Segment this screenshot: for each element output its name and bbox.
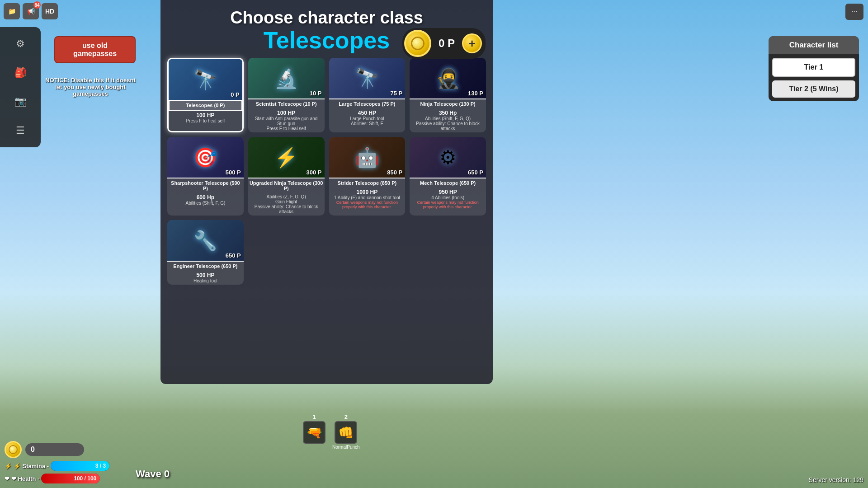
hotbar: 1 🔫 2 👊 NormalPunch (303, 413, 360, 450)
character-list-header: Character list (769, 36, 859, 54)
char-card-strider[interactable]: 🤖 850 P Strider Telescope (850 P) 1000 H… (329, 137, 406, 216)
char-details-ninja: 350 Hp Abilities (Shift, F, G, Q) Passiv… (410, 108, 486, 132)
slot-number-2: 2 (344, 413, 348, 420)
char-price-upgraded-ninja: 300 P (307, 169, 322, 176)
coin-count-bar: 0 (25, 443, 84, 456)
currency-amount: 0 P (439, 37, 455, 50)
notification-badge: 84 (33, 1, 41, 9)
old-gamepasses-button[interactable]: use old gamepasses (54, 36, 136, 63)
char-name-mech: Mech Telescope (650 P) (410, 178, 486, 188)
char-figure-sharpshooter: 🎯 (193, 146, 217, 169)
char-hp-engineer: 500 HP (170, 272, 241, 278)
stamina-bar-bg: 3 / 3 (51, 461, 109, 471)
char-extra-scientist: Press F to Heal self (250, 126, 322, 131)
settings-icon[interactable]: ⚙ (10, 34, 30, 54)
char-card-upgraded-ninja[interactable]: ⚡ 300 P Upgraded Ninja Telescope (300 P)… (248, 137, 325, 216)
char-hp-telescopes: 100 HP (171, 112, 240, 118)
slot-item-2[interactable]: 👊 (335, 421, 357, 444)
stamina-bar: ⚡ ⚡ Stamina - 3 / 3 (5, 461, 109, 471)
bottom-left-hud: 0 ⚡ ⚡ Stamina - 3 / 3 ❤ ❤ Health - 100 /… (5, 441, 109, 483)
tier2-button[interactable]: Tier 2 (5 Wins) (772, 80, 855, 98)
char-details-sharpshooter: 600 Hp Abilities (Shift, F, G) (167, 193, 244, 207)
char-warning-strider: Certain weapons may not function properl… (331, 200, 403, 209)
wave-label: Wave 0 (136, 468, 170, 480)
char-hp-sharpshooter: 600 Hp (170, 194, 241, 201)
folder-icon[interactable]: 📁 (4, 3, 20, 19)
char-abilities-mech: 4 Abilities (tools) (412, 195, 484, 200)
char-card-scientist[interactable]: 🔬 10 P Scientist Telescope (10 P) 100 HP… (248, 58, 325, 132)
char-abilities-upgraded-ninja: Abilities (Z, F, G, Q) (250, 194, 322, 199)
char-figure-upgraded-ninja: ⚡ (274, 146, 298, 169)
char-abilities-engineer: Healing tool (170, 278, 241, 283)
char-card-ninja[interactable]: 🥷 130 P Ninja Telescope (130 P) 350 Hp A… (410, 58, 486, 132)
char-card-telescopes[interactable]: 🔭 0 P Telescopes (0 P) 100 HP Press F to… (167, 58, 244, 132)
char-abilities-strider: 1 Ability (F) and cannon shot tool (331, 195, 403, 200)
char-price-strider: 850 P (387, 169, 402, 176)
char-abilities2-large: Abilities: Shift, F (331, 121, 403, 126)
slot-number-1: 1 (312, 413, 316, 420)
char-hp-large: 450 HP (331, 110, 403, 116)
char-image-telescopes: 🔭 0 P (169, 59, 242, 100)
char-details-scientist: 100 HP Start with Anti parasite gun and … (248, 108, 325, 132)
char-image-large: 🔭 75 P (329, 58, 406, 99)
health-bar-text: 100 / 100 (74, 475, 96, 482)
hotbar-slot-1: 1 🔫 (303, 413, 326, 450)
char-hp-ninja: 350 Hp (412, 110, 484, 116)
char-abilities-ninja: Abilities (Shift, F, G, Q) (412, 116, 484, 121)
coin-count-text: 0 (31, 446, 35, 454)
menu-icon[interactable]: ☰ (10, 121, 30, 141)
health-text: ❤ Health - (11, 475, 39, 482)
add-currency-button[interactable]: + (462, 33, 482, 53)
char-abilities-telescopes: Press F to heal self (171, 118, 240, 123)
char-passive-upgraded-ninja: Passive ability: Chance to block attacks (250, 204, 322, 214)
char-image-sharpshooter: 🎯 500 P (167, 137, 244, 178)
char-hp-scientist: 100 HP (250, 110, 322, 116)
char-name-strider: Strider Telescope (850 P) (329, 178, 406, 188)
currency-coin-icon (404, 30, 431, 57)
left-sidebar: ⚙ 🎒 📷 ☰ (0, 27, 41, 147)
small-coin-icon (5, 441, 22, 458)
hd-icon[interactable]: HD (42, 3, 58, 19)
char-name-telescopes: Telescopes (0 P) (169, 100, 242, 111)
char-details-mech: 950 HP 4 Abilities (tools) Certain weapo… (410, 188, 486, 211)
char-details-engineer: 500 HP Healing tool (167, 271, 244, 285)
char-card-mech[interactable]: ⚙ 650 P Mech Telescope (650 P) 950 HP 4 … (410, 137, 486, 216)
hotbar-slot-2: 2 👊 NormalPunch (332, 413, 360, 450)
character-grid: 🔭 0 P Telescopes (0 P) 100 HP Press F to… (160, 58, 493, 289)
char-price-ninja: 130 P (468, 90, 483, 97)
char-figure-mech: ⚙ (439, 146, 457, 169)
stamina-icon: ⚡ (5, 463, 12, 469)
health-bar: ❤ ❤ Health - 100 / 100 (5, 474, 109, 483)
char-figure-strider: 🤖 (355, 146, 379, 169)
inventory-icon[interactable]: 🎒 (10, 63, 30, 83)
health-label: ❤ ❤ Health - (5, 475, 39, 482)
tier1-button[interactable]: Tier 1 (772, 58, 855, 77)
camera-icon[interactable]: 📷 (10, 92, 30, 112)
top-bar: 📁 📢 84 HD ··· (0, 0, 868, 23)
char-image-ninja: 🥷 130 P (410, 58, 486, 99)
char-details-upgraded-ninja: Abilities (Z, F, G, Q) Gain Flight Passi… (248, 193, 325, 216)
char-card-large[interactable]: 🔭 75 P Large Telescopes (75 P) 450 HP La… (329, 58, 406, 132)
more-icon[interactable]: ··· (845, 4, 863, 20)
slot-item-1[interactable]: 🔫 (303, 421, 326, 444)
char-name-ninja: Ninja Telescope (130 P) (410, 99, 486, 108)
notification-icon[interactable]: 📢 84 (23, 3, 39, 19)
char-figure-scientist: 🔬 (274, 67, 298, 89)
char-price-mech: 650 P (468, 169, 483, 176)
char-price-telescopes: 0 P (231, 91, 240, 98)
char-abilities-large: Large Punch tool (331, 116, 403, 121)
char-card-engineer[interactable]: 🔧 650 P Engineer Telescope (650 P) 500 H… (167, 220, 244, 285)
stamina-label: ⚡ ⚡ Stamina - (5, 463, 49, 469)
notice-text: NOTICE: Disable this if it doesnt let yo… (45, 77, 136, 97)
char-image-mech: ⚙ 650 P (410, 137, 486, 178)
slot-label-2: NormalPunch (332, 445, 360, 450)
char-name-sharpshooter: Sharpshooter Telescope (500 P) (167, 178, 244, 193)
char-figure-ninja: 🥷 (436, 67, 460, 89)
char-price-engineer: 650 P (226, 252, 241, 259)
char-figure-telescopes: 🔭 (193, 69, 217, 91)
char-flight-upgraded-ninja: Gain Flight (250, 199, 322, 204)
stamina-text: ⚡ Stamina - (14, 463, 49, 469)
char-name-large: Large Telescopes (75 P) (329, 99, 406, 108)
health-bar-bg: 100 / 100 (41, 474, 100, 483)
char-card-sharpshooter[interactable]: 🎯 500 P Sharpshooter Telescope (500 P) 6… (167, 137, 244, 216)
